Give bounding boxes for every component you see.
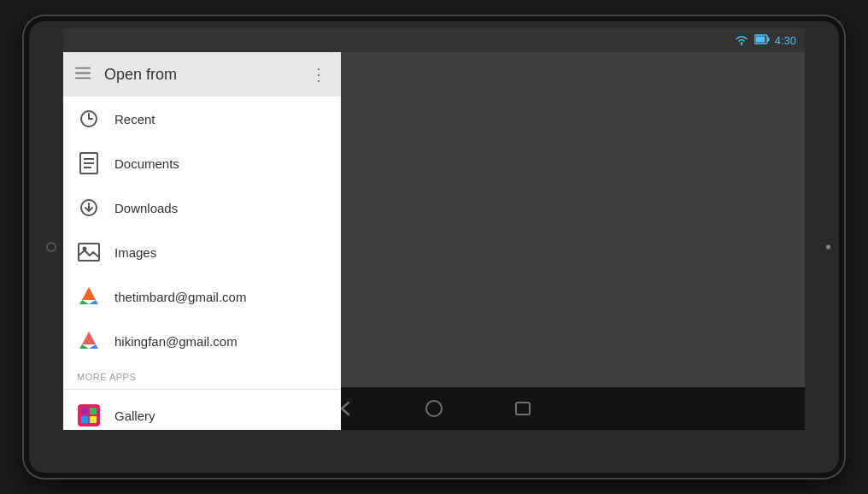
svg-rect-2 xyxy=(755,36,765,42)
camera-lens xyxy=(46,242,56,252)
recent-icon xyxy=(77,107,101,131)
thetimbard-label: thetimbard@gmail.com xyxy=(114,290,246,304)
dialog-title: Open from xyxy=(104,66,177,84)
downloads-item[interactable]: Downloads xyxy=(63,185,341,230)
svg-rect-28 xyxy=(90,408,97,415)
svg-marker-25 xyxy=(89,344,98,349)
more-apps-section-label: MORE APPS xyxy=(63,363,341,385)
svg-rect-27 xyxy=(81,408,88,415)
images-item[interactable]: Images xyxy=(63,230,341,274)
svg-rect-29 xyxy=(81,416,88,423)
gallery-icon xyxy=(77,403,101,427)
gallery-label: Gallery xyxy=(114,409,155,423)
recent-label: Recent xyxy=(114,112,155,126)
battery-icon xyxy=(754,34,770,47)
svg-rect-4 xyxy=(75,73,91,74)
svg-rect-30 xyxy=(90,416,97,423)
tablet: 4:30 uff to bring to the cabin in Tahoe … xyxy=(24,16,844,478)
wifi-icon xyxy=(734,33,749,48)
thetimbard-item[interactable]: thetimbard@gmail.com xyxy=(63,274,341,319)
svg-marker-23 xyxy=(82,332,96,344)
recent-item[interactable]: Recent xyxy=(63,97,341,141)
status-bar: 4:30 xyxy=(63,28,805,52)
documents-icon xyxy=(77,151,101,175)
svg-marker-24 xyxy=(79,344,89,349)
gdrive-hikingfan-icon xyxy=(77,329,101,353)
svg-rect-26 xyxy=(78,404,100,426)
documents-item[interactable]: Documents xyxy=(63,141,341,185)
more-options-icon[interactable]: ⋮ xyxy=(310,64,327,85)
svg-rect-3 xyxy=(75,68,91,69)
downloads-icon xyxy=(77,196,101,220)
hikingfan-label: hikingfan@gmail.com xyxy=(114,334,238,349)
svg-rect-5 xyxy=(75,78,91,79)
hikingfan-item[interactable]: hikingfan@gmail.com xyxy=(63,319,341,363)
menu-icon xyxy=(75,66,91,84)
status-time: 4:30 xyxy=(775,34,796,47)
downloads-label: Downloads xyxy=(114,201,178,215)
documents-label: Documents xyxy=(114,156,179,171)
gallery-item[interactable]: Gallery xyxy=(63,393,341,430)
dialog-header: Open from ⋮ xyxy=(63,52,341,97)
right-indicator xyxy=(826,245,830,250)
dialog-list: Recent Documents xyxy=(63,97,341,430)
open-from-dialog: Open from ⋮ Recent xyxy=(63,52,341,430)
section-divider xyxy=(63,389,341,390)
images-icon xyxy=(77,240,101,264)
tablet-screen: 4:30 uff to bring to the cabin in Tahoe … xyxy=(63,28,805,430)
gdrive-thetimbard-icon xyxy=(77,285,101,309)
images-label: Images xyxy=(114,245,156,260)
svg-rect-1 xyxy=(767,37,769,41)
svg-marker-20 xyxy=(79,300,89,304)
